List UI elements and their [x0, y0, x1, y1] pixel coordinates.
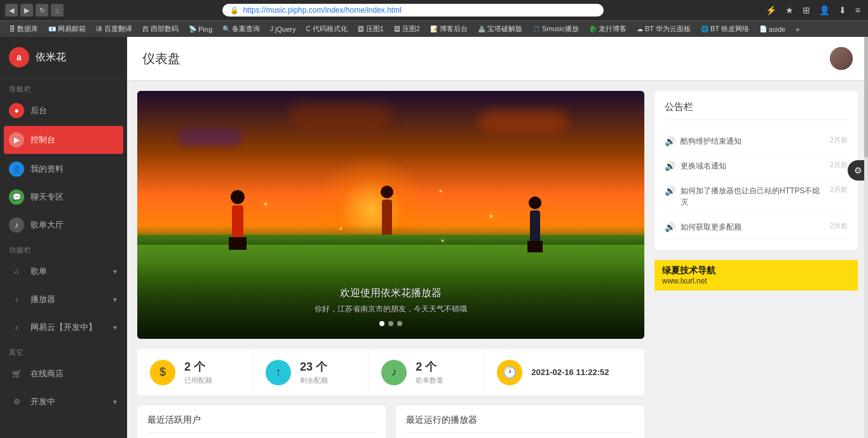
sidebar-header: a 依米花	[0, 37, 127, 78]
bookmark-bt-huawei[interactable]: ☁BT 华为云面板	[633, 23, 695, 35]
bookmark-email[interactable]: 📧网易邮箱	[44, 23, 90, 35]
sidebar-item-shop[interactable]: 🛒 在线商店	[0, 360, 127, 388]
menu-icon[interactable]: ≡	[853, 4, 863, 17]
sidebar-item-songlist-hall[interactable]: ♪ 歌单大厅	[0, 211, 127, 239]
netease-chevron: ▼	[112, 324, 118, 331]
firefly-1	[264, 203, 267, 205]
carousel-dot-1[interactable]	[388, 321, 393, 326]
nav-refresh-button[interactable]: ↻	[36, 4, 48, 17]
bookmark-star-icon[interactable]: ★	[783, 4, 796, 17]
cloud-top	[289, 104, 391, 129]
active-users-title: 最近活跃用户	[147, 414, 376, 433]
shop-label: 在线商店	[31, 368, 64, 380]
cloud-right	[479, 111, 568, 133]
scrollbar-thumb[interactable]	[864, 37, 868, 158]
sidebar-item-player[interactable]: ♪ 播放器 ▼	[0, 285, 127, 313]
extensions-icon[interactable]: ⊞	[800, 4, 813, 17]
browser-actions: ⚡ ★ ⊞ 👤 ⬇ ≡	[763, 4, 863, 17]
sidebar-item-chat[interactable]: 💬 聊天专区	[0, 183, 127, 211]
address-bar[interactable]: 🔒 https://music.piphp.com/index/home/ind…	[222, 4, 604, 17]
firefly-5	[440, 190, 442, 192]
bookmark-aside[interactable]: 📄aside	[756, 24, 789, 34]
notice-board-title: 公告栏	[665, 101, 848, 120]
notice-item-1[interactable]: 🔊 更换域名通知 2月前	[665, 154, 848, 179]
notice-item-0[interactable]: 🔊 酷狗维护结束通知 2月前	[665, 129, 848, 154]
notice-speaker-icon-0: 🔊	[665, 136, 675, 146]
lightning-icon[interactable]: ⚡	[763, 4, 779, 17]
nav-forward-button[interactable]: ▶	[20, 4, 33, 17]
bookmark-translate[interactable]: 译百度翻译	[92, 23, 136, 35]
app-container: a 依米花 导航栏 ● 后台 ▶ 控制台 👤 我的资料 💬 聊天专区 ♪ 歌单大…	[0, 37, 868, 438]
bookmark-west[interactable]: 西西部数码	[139, 23, 182, 35]
bookmark-jquery[interactable]: JjQuery	[266, 24, 299, 34]
sidebar-avatar: a	[9, 47, 29, 67]
notice-item-3[interactable]: 🔊 如何获取更多配额 2月前	[665, 215, 848, 240]
sidebar-item-devmode[interactable]: ⚙ 开发中 ▼	[0, 388, 127, 416]
main-wrapper: 仪表盘	[127, 37, 868, 438]
sidebar-item-backend[interactable]: ● 后台	[0, 97, 127, 125]
user-avatar-main[interactable]	[830, 47, 853, 70]
main-body: 欢迎使用依米花播放器 你好，江苏省南京市的朋友，今天天气不错哦	[127, 81, 868, 438]
active-players-title: 最近运行的播放器	[406, 414, 634, 433]
ssl-lock-icon: 🔒	[230, 6, 239, 15]
download-icon[interactable]: ⬇	[836, 4, 849, 17]
stat-icon-music: ♪	[381, 360, 407, 385]
bookmark-longblog[interactable]: 🐉龙行博客	[585, 23, 630, 35]
watermark-url: www.lxurl.net	[662, 277, 850, 285]
bookmark-formatter[interactable]: C代码格式化	[302, 23, 351, 35]
profile-icon[interactable]: 👤	[817, 4, 832, 17]
bookmark-more[interactable]: »	[792, 24, 803, 34]
stat-info-time: 2021-02-16 11:22:52	[531, 367, 609, 377]
stats-row: $ 2 个 已用配额 ↑ 23 个 剩余配额	[137, 349, 644, 395]
carousel[interactable]: 欢迎使用依米花播放器 你好，江苏省南京市的朋友，今天天气不错哦	[137, 91, 644, 339]
nav-back-button[interactable]: ◀	[5, 4, 18, 17]
nav-home-button[interactable]: ⌂	[51, 4, 64, 17]
firefly-4	[442, 240, 444, 242]
carousel-dot-0[interactable]	[379, 321, 384, 326]
playlist-icon: ♫	[9, 264, 24, 279]
bookmark-icp[interactable]: 🔍备案查询	[219, 23, 264, 35]
notice-text-0: 酷狗维护结束通知	[681, 135, 825, 147]
bottom-cards: 最近活跃用户 最近运行的播放器	[137, 406, 644, 438]
bookmark-compress2[interactable]: 🖼压图2	[390, 23, 424, 35]
bookmark-compress1[interactable]: 🖼压图1	[354, 23, 388, 35]
bookmark-smusic[interactable]: 🎵Smusic播放	[529, 23, 583, 35]
figure-left	[229, 190, 247, 250]
sidebar-item-netease[interactable]: ♪ 网易云【开发中】 ▼	[0, 313, 127, 341]
sidebar-item-profile[interactable]: 👤 我的资料	[0, 155, 127, 183]
devmode-chevron: ▼	[112, 399, 118, 406]
left-column: 欢迎使用依米花播放器 你好，江苏省南京市的朋友，今天天气不错哦	[137, 91, 644, 438]
browser-chrome: ◀ ▶ ↻ ⌂ 🔒 https://music.piphp.com/index/…	[0, 0, 868, 37]
carousel-dot-2[interactable]	[397, 321, 402, 326]
page-scrollbar[interactable]	[864, 37, 868, 438]
stat-info-remaining: 23 个 剩余配额	[300, 359, 328, 385]
netease-icon: ♪	[9, 320, 24, 335]
firefly-2	[340, 228, 342, 229]
stat-label-remaining: 剩余配额	[300, 376, 328, 385]
bookmark-bt-tiepiwang[interactable]: 🌐BT 铁皮网络	[697, 23, 753, 35]
sidebar: a 依米花 导航栏 ● 后台 ▶ 控制台 👤 我的资料 💬 聊天专区 ♪ 歌单大…	[0, 37, 127, 438]
chat-label: 聊天专区	[31, 191, 64, 203]
notice-speaker-icon-3: 🔊	[665, 222, 675, 232]
notice-item-2[interactable]: 🔊 如何加了播放器也让自己站的HTTPS不熄灭 2月前	[665, 179, 848, 215]
notice-speaker-icon-2: 🔊	[665, 186, 675, 196]
bookmark-baota[interactable]: 🏯宝塔破解版	[474, 23, 526, 35]
console-label: 控制台	[31, 134, 55, 146]
stat-info-used: 2 个 已用配额	[184, 359, 212, 385]
figure-center	[381, 186, 393, 235]
nav-section-label: 导航栏	[0, 78, 127, 97]
notice-time-0: 2月前	[830, 135, 848, 145]
backend-icon: ●	[9, 103, 24, 118]
main-header: 仪表盘	[127, 37, 868, 81]
bookmark-ping[interactable]: 📡Ping	[185, 24, 216, 34]
backend-label: 后台	[31, 105, 47, 116]
devmode-icon: ⚙	[9, 394, 24, 409]
player-label: 播放器	[31, 294, 55, 305]
notice-text-3: 如何获取更多配额	[681, 221, 825, 233]
stat-label-used: 已用配额	[184, 376, 212, 385]
chat-icon: 💬	[9, 189, 24, 205]
bookmark-blog[interactable]: 📝博客后台	[426, 23, 471, 35]
bookmark-database[interactable]: 🗄数据库	[5, 23, 42, 35]
sidebar-item-console[interactable]: ▶ 控制台	[4, 126, 123, 154]
sidebar-item-playlist[interactable]: ♫ 歌单 ▼	[0, 257, 127, 285]
